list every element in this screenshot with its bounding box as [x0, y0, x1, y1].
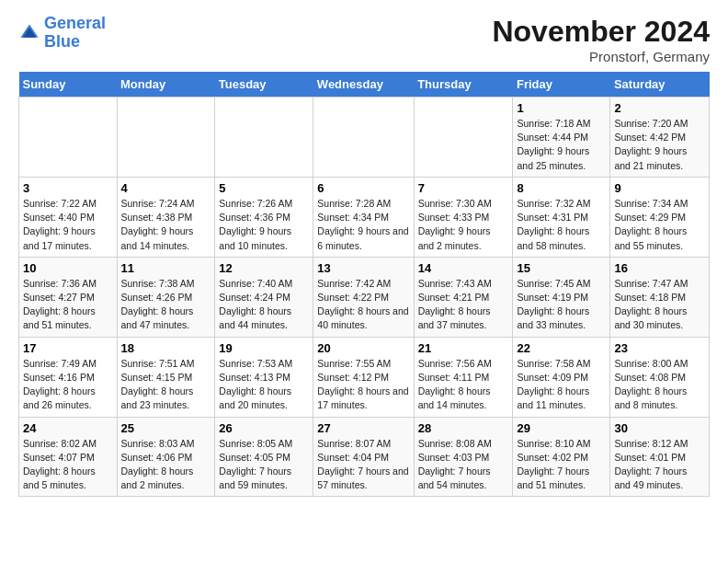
calendar-cell: 28Sunrise: 8:08 AM Sunset: 4:03 PM Dayli…: [414, 417, 513, 497]
day-info: Sunrise: 7:30 AM Sunset: 4:33 PM Dayligh…: [418, 197, 509, 253]
day-info: Sunrise: 8:03 AM Sunset: 4:06 PM Dayligh…: [121, 437, 211, 493]
calendar-cell: 13Sunrise: 7:42 AM Sunset: 4:22 PM Dayli…: [313, 257, 414, 337]
calendar-week-3: 10Sunrise: 7:36 AM Sunset: 4:27 PM Dayli…: [19, 257, 710, 337]
day-info: Sunrise: 7:56 AM Sunset: 4:11 PM Dayligh…: [418, 357, 509, 413]
day-number: 15: [517, 261, 606, 275]
day-info: Sunrise: 8:07 AM Sunset: 4:04 PM Dayligh…: [317, 437, 409, 493]
calendar-cell: 1Sunrise: 7:18 AM Sunset: 4:44 PM Daylig…: [513, 98, 610, 178]
calendar-cell: 24Sunrise: 8:02 AM Sunset: 4:07 PM Dayli…: [19, 417, 118, 497]
day-number: 1: [517, 101, 606, 115]
weekday-header-monday: Monday: [117, 72, 215, 98]
weekday-header-saturday: Saturday: [610, 72, 710, 98]
day-info: Sunrise: 8:02 AM Sunset: 4:07 PM Dayligh…: [23, 437, 113, 493]
subtitle: Pronstorf, Germany: [492, 49, 710, 64]
calendar-table: SundayMondayTuesdayWednesdayThursdayFrid…: [18, 72, 710, 497]
day-info: Sunrise: 7:40 AM Sunset: 4:24 PM Dayligh…: [219, 277, 309, 333]
day-number: 22: [517, 341, 606, 355]
day-info: Sunrise: 7:53 AM Sunset: 4:13 PM Dayligh…: [219, 357, 309, 413]
day-number: 5: [219, 181, 309, 195]
calendar-cell: 10Sunrise: 7:36 AM Sunset: 4:27 PM Dayli…: [19, 257, 118, 337]
day-number: 3: [23, 181, 113, 195]
weekday-header-thursday: Thursday: [414, 72, 513, 98]
calendar-cell: 15Sunrise: 7:45 AM Sunset: 4:19 PM Dayli…: [513, 257, 610, 337]
weekday-header-tuesday: Tuesday: [215, 72, 313, 98]
day-info: Sunrise: 7:51 AM Sunset: 4:15 PM Dayligh…: [121, 357, 211, 413]
day-info: Sunrise: 7:47 AM Sunset: 4:18 PM Dayligh…: [614, 277, 705, 333]
day-info: Sunrise: 7:32 AM Sunset: 4:31 PM Dayligh…: [517, 197, 606, 253]
day-info: Sunrise: 8:08 AM Sunset: 4:03 PM Dayligh…: [418, 437, 509, 493]
day-info: Sunrise: 8:12 AM Sunset: 4:01 PM Dayligh…: [614, 437, 705, 493]
day-info: Sunrise: 7:22 AM Sunset: 4:40 PM Dayligh…: [23, 197, 113, 253]
calendar-cell: 7Sunrise: 7:30 AM Sunset: 4:33 PM Daylig…: [414, 177, 513, 257]
title-block: November 2024 Pronstorf, Germany: [492, 15, 710, 64]
calendar-cell: 25Sunrise: 8:03 AM Sunset: 4:06 PM Dayli…: [117, 417, 215, 497]
day-number: 4: [121, 181, 211, 195]
day-number: 9: [614, 181, 705, 195]
calendar-week-2: 3Sunrise: 7:22 AM Sunset: 4:40 PM Daylig…: [19, 177, 710, 257]
logo-line1: General: [44, 14, 106, 32]
day-info: Sunrise: 7:18 AM Sunset: 4:44 PM Dayligh…: [517, 117, 606, 173]
day-number: 11: [121, 261, 211, 275]
calendar-cell: 23Sunrise: 8:00 AM Sunset: 4:08 PM Dayli…: [610, 337, 710, 417]
calendar-week-1: 1Sunrise: 7:18 AM Sunset: 4:44 PM Daylig…: [19, 98, 710, 178]
day-number: 10: [23, 261, 113, 275]
logo: General Blue: [18, 15, 106, 52]
weekday-header-friday: Friday: [513, 72, 610, 98]
calendar-cell: 29Sunrise: 8:10 AM Sunset: 4:02 PM Dayli…: [513, 417, 610, 497]
day-number: 8: [517, 181, 606, 195]
calendar-cell: 27Sunrise: 8:07 AM Sunset: 4:04 PM Dayli…: [313, 417, 414, 497]
logo-text: General Blue: [44, 15, 106, 52]
day-info: Sunrise: 8:10 AM Sunset: 4:02 PM Dayligh…: [517, 437, 606, 493]
day-info: Sunrise: 7:20 AM Sunset: 4:42 PM Dayligh…: [614, 117, 705, 173]
day-number: 7: [418, 181, 509, 195]
calendar-cell: 4Sunrise: 7:24 AM Sunset: 4:38 PM Daylig…: [117, 177, 215, 257]
calendar-cell: 16Sunrise: 7:47 AM Sunset: 4:18 PM Dayli…: [610, 257, 710, 337]
day-number: 28: [418, 421, 509, 435]
day-info: Sunrise: 7:38 AM Sunset: 4:26 PM Dayligh…: [121, 277, 211, 333]
calendar-cell: 17Sunrise: 7:49 AM Sunset: 4:16 PM Dayli…: [19, 337, 118, 417]
day-number: 19: [219, 341, 309, 355]
day-number: 23: [614, 341, 705, 355]
day-number: 16: [614, 261, 705, 275]
calendar-cell: 26Sunrise: 8:05 AM Sunset: 4:05 PM Dayli…: [215, 417, 313, 497]
day-number: 18: [121, 341, 211, 355]
calendar-cell: 19Sunrise: 7:53 AM Sunset: 4:13 PM Dayli…: [215, 337, 313, 417]
day-info: Sunrise: 7:42 AM Sunset: 4:22 PM Dayligh…: [317, 277, 409, 333]
calendar-cell: [215, 98, 313, 178]
day-info: Sunrise: 7:34 AM Sunset: 4:29 PM Dayligh…: [614, 197, 705, 253]
day-info: Sunrise: 7:24 AM Sunset: 4:38 PM Dayligh…: [121, 197, 211, 253]
calendar-cell: 5Sunrise: 7:26 AM Sunset: 4:36 PM Daylig…: [215, 177, 313, 257]
day-info: Sunrise: 7:49 AM Sunset: 4:16 PM Dayligh…: [23, 357, 113, 413]
day-number: 21: [418, 341, 509, 355]
calendar-cell: 14Sunrise: 7:43 AM Sunset: 4:21 PM Dayli…: [414, 257, 513, 337]
day-info: Sunrise: 7:36 AM Sunset: 4:27 PM Dayligh…: [23, 277, 113, 333]
day-number: 2: [614, 101, 705, 115]
day-number: 17: [23, 341, 113, 355]
calendar-cell: 3Sunrise: 7:22 AM Sunset: 4:40 PM Daylig…: [19, 177, 118, 257]
calendar-cell: [414, 98, 513, 178]
calendar-cell: [313, 98, 414, 178]
day-number: 24: [23, 421, 113, 435]
calendar-cell: 30Sunrise: 8:12 AM Sunset: 4:01 PM Dayli…: [610, 417, 710, 497]
day-number: 14: [418, 261, 509, 275]
day-number: 12: [219, 261, 309, 275]
day-number: 25: [121, 421, 211, 435]
calendar-cell: [19, 98, 118, 178]
day-number: 29: [517, 421, 606, 435]
day-info: Sunrise: 7:45 AM Sunset: 4:19 PM Dayligh…: [517, 277, 606, 333]
calendar-cell: 12Sunrise: 7:40 AM Sunset: 4:24 PM Dayli…: [215, 257, 313, 337]
weekday-header-sunday: Sunday: [19, 72, 118, 98]
calendar-cell: 8Sunrise: 7:32 AM Sunset: 4:31 PM Daylig…: [513, 177, 610, 257]
calendar-cell: 21Sunrise: 7:56 AM Sunset: 4:11 PM Dayli…: [414, 337, 513, 417]
day-number: 26: [219, 421, 309, 435]
logo-line2: Blue: [44, 32, 80, 51]
calendar-week-4: 17Sunrise: 7:49 AM Sunset: 4:16 PM Dayli…: [19, 337, 710, 417]
calendar-cell: 20Sunrise: 7:55 AM Sunset: 4:12 PM Dayli…: [313, 337, 414, 417]
day-number: 30: [614, 421, 705, 435]
day-number: 13: [317, 261, 409, 275]
calendar-cell: 9Sunrise: 7:34 AM Sunset: 4:29 PM Daylig…: [610, 177, 710, 257]
calendar-cell: 2Sunrise: 7:20 AM Sunset: 4:42 PM Daylig…: [610, 98, 710, 178]
day-info: Sunrise: 7:43 AM Sunset: 4:21 PM Dayligh…: [418, 277, 509, 333]
day-info: Sunrise: 7:58 AM Sunset: 4:09 PM Dayligh…: [517, 357, 606, 413]
calendar-cell: [117, 98, 215, 178]
